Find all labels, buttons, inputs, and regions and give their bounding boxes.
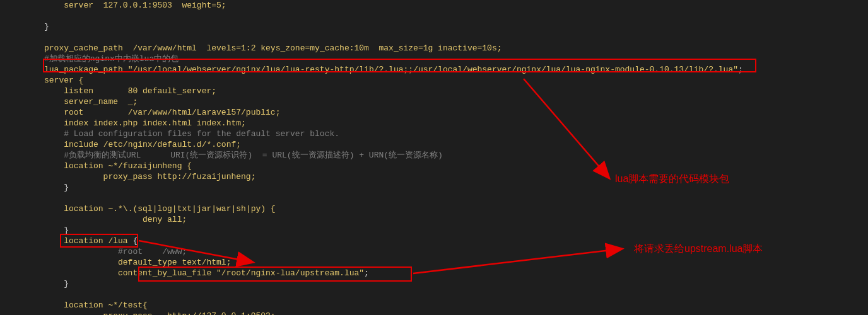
- code-line: default_type text/html;: [44, 258, 231, 267]
- annotation-text-2: 将请求丢给upstream.lua脚本: [634, 243, 763, 254]
- code-line: content_by_lua_file "/root/nginx-lua/ups…: [44, 268, 369, 278]
- code-line: include /etc/nginx/default.d/*.conf;: [44, 140, 241, 149]
- code-line: root /var/www/html/Laravel57/public;: [44, 108, 280, 117]
- nginx-config-code: server 127.0.0.1:9503 weight=5; } proxy_…: [0, 0, 743, 315]
- code-line: listen 80 default_server;: [44, 86, 216, 96]
- code-line: location ~.*\.(sql|log|txt|jar|war|sh|py…: [44, 204, 276, 214]
- code-line: #加载相应的nginx中内嵌lua中的包: [44, 54, 179, 64]
- code-line: }: [44, 22, 49, 32]
- code-line: deny all;: [44, 215, 187, 224]
- code-line: server_name _;: [44, 97, 138, 106]
- code-line: #root /www;: [44, 247, 187, 256]
- code-line: }: [44, 183, 69, 192]
- code-line: lua_package_path "/usr/local/webserver/n…: [44, 65, 743, 74]
- annotation-text-1: lua脚本需要的代码模块包: [615, 173, 729, 184]
- code-line: #负载均衡的测试URL URI(统一资源标识符) = URL(统一资源描述符) …: [44, 151, 443, 160]
- code-line: }: [44, 226, 69, 235]
- code-line: # Load configuration files for the defau…: [44, 129, 339, 139]
- code-line: location ~*/fuzaijunheng {: [44, 161, 192, 171]
- code-line: proxy_pass http://127.0.0.1:9503;: [44, 311, 276, 315]
- code-line: server 127.0.0.1:9503 weight=5;: [44, 1, 226, 10]
- code-line: proxy_pass http://fuzaijunheng;: [44, 172, 255, 181]
- code-line: location ~*/test{: [44, 301, 148, 310]
- code-line: server {: [44, 76, 83, 85]
- code-line: location /lua {: [44, 236, 138, 246]
- code-line: }: [44, 279, 69, 289]
- code-line: proxy_cache_path /var/www/html levels=1:…: [44, 43, 502, 53]
- code-line: index index.php index.html index.htm;: [44, 118, 246, 128]
